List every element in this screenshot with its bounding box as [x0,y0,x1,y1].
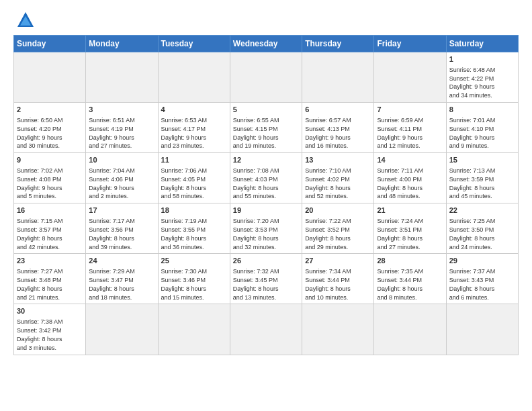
calendar-day-cell: 25Sunrise: 7:30 AM Sunset: 3:46 PM Dayli… [158,254,230,304]
calendar-day-cell [14,52,86,103]
calendar-week-row: 1Sunrise: 6:48 AM Sunset: 4:22 PM Daylig… [14,52,519,103]
day-info: Sunrise: 6:55 AM Sunset: 4:15 PM Dayligh… [233,117,279,149]
day-number: 30 [17,306,83,316]
calendar-day-cell [158,52,230,103]
calendar-day-cell: 12Sunrise: 7:08 AM Sunset: 4:03 PM Dayli… [230,153,302,203]
day-info: Sunrise: 7:25 AM Sunset: 3:50 PM Dayligh… [449,218,496,250]
weekday-header-friday: Friday [374,36,446,52]
day-number: 5 [233,105,299,115]
calendar-day-cell [86,304,158,355]
day-number: 8 [449,105,515,115]
logo-icon [16,11,35,30]
day-number: 24 [89,256,154,266]
calendar-day-cell: 5Sunrise: 6:55 AM Sunset: 4:15 PM Daylig… [230,103,302,153]
calendar-week-row: 9Sunrise: 7:02 AM Sunset: 4:08 PM Daylig… [14,153,519,203]
calendar-table: SundayMondayTuesdayWednesdayThursdayFrid… [13,35,519,355]
header [13,11,519,30]
day-info: Sunrise: 6:59 AM Sunset: 4:11 PM Dayligh… [377,117,423,149]
calendar-week-row: 23Sunrise: 7:27 AM Sunset: 3:48 PM Dayli… [14,254,519,304]
calendar-day-cell [230,304,302,355]
day-info: Sunrise: 7:10 AM Sunset: 4:02 PM Dayligh… [305,167,351,199]
calendar-day-cell: 3Sunrise: 6:51 AM Sunset: 4:19 PM Daylig… [86,103,158,153]
calendar-day-cell: 13Sunrise: 7:10 AM Sunset: 4:02 PM Dayli… [302,153,374,203]
calendar-week-row: 30Sunrise: 7:38 AM Sunset: 3:42 PM Dayli… [14,304,519,355]
logo [13,11,35,30]
day-info: Sunrise: 7:38 AM Sunset: 3:42 PM Dayligh… [17,318,63,351]
calendar-day-cell: 4Sunrise: 6:53 AM Sunset: 4:17 PM Daylig… [158,103,230,153]
calendar-day-cell: 9Sunrise: 7:02 AM Sunset: 4:08 PM Daylig… [14,153,86,203]
day-number: 13 [305,155,371,165]
day-number: 4 [161,105,227,115]
day-info: Sunrise: 7:08 AM Sunset: 4:03 PM Dayligh… [233,167,279,199]
day-number: 14 [377,155,443,165]
day-number: 11 [161,155,227,165]
calendar-day-cell: 24Sunrise: 7:29 AM Sunset: 3:47 PM Dayli… [86,254,158,304]
day-info: Sunrise: 6:57 AM Sunset: 4:13 PM Dayligh… [305,117,351,149]
day-info: Sunrise: 7:19 AM Sunset: 3:55 PM Dayligh… [161,218,208,250]
calendar-day-cell [302,52,374,103]
day-number: 28 [377,256,443,266]
day-info: Sunrise: 7:04 AM Sunset: 4:06 PM Dayligh… [89,167,135,199]
day-number: 6 [305,105,371,115]
calendar-day-cell: 16Sunrise: 7:15 AM Sunset: 3:57 PM Dayli… [14,203,86,254]
weekday-header-saturday: Saturday [446,36,518,52]
day-info: Sunrise: 7:29 AM Sunset: 3:47 PM Dayligh… [89,268,135,300]
calendar-day-cell: 2Sunrise: 6:50 AM Sunset: 4:20 PM Daylig… [14,103,86,153]
calendar-day-cell [158,304,230,355]
calendar-day-cell: 15Sunrise: 7:13 AM Sunset: 3:59 PM Dayli… [446,153,518,203]
day-info: Sunrise: 7:13 AM Sunset: 3:59 PM Dayligh… [449,167,496,199]
calendar-day-cell: 30Sunrise: 7:38 AM Sunset: 3:42 PM Dayli… [14,304,86,355]
day-number: 18 [161,205,227,216]
day-number: 2 [17,105,83,115]
day-number: 7 [377,105,443,115]
day-number: 16 [17,205,83,216]
calendar-day-cell: 6Sunrise: 6:57 AM Sunset: 4:13 PM Daylig… [302,103,374,153]
weekday-header-monday: Monday [86,36,158,52]
day-number: 1 [449,54,515,64]
calendar-day-cell [374,304,446,355]
day-info: Sunrise: 7:15 AM Sunset: 3:57 PM Dayligh… [17,218,63,250]
day-number: 9 [17,155,83,165]
calendar-day-cell: 14Sunrise: 7:11 AM Sunset: 4:00 PM Dayli… [374,153,446,203]
calendar-day-cell: 7Sunrise: 6:59 AM Sunset: 4:11 PM Daylig… [374,103,446,153]
day-number: 22 [449,205,515,216]
day-number: 25 [161,256,227,266]
calendar-day-cell: 17Sunrise: 7:17 AM Sunset: 3:56 PM Dayli… [86,203,158,254]
day-number: 29 [449,256,515,266]
calendar-day-cell: 27Sunrise: 7:34 AM Sunset: 3:44 PM Dayli… [302,254,374,304]
day-info: Sunrise: 7:01 AM Sunset: 4:10 PM Dayligh… [449,117,496,149]
calendar-day-cell: 11Sunrise: 7:06 AM Sunset: 4:05 PM Dayli… [158,153,230,203]
day-info: Sunrise: 7:06 AM Sunset: 4:05 PM Dayligh… [161,167,208,199]
weekday-header-wednesday: Wednesday [230,36,302,52]
day-info: Sunrise: 7:20 AM Sunset: 3:53 PM Dayligh… [233,218,279,250]
page: SundayMondayTuesdayWednesdayThursdayFrid… [0,0,532,411]
calendar-day-cell: 8Sunrise: 7:01 AM Sunset: 4:10 PM Daylig… [446,103,518,153]
calendar-day-cell: 23Sunrise: 7:27 AM Sunset: 3:48 PM Dayli… [14,254,86,304]
day-info: Sunrise: 7:27 AM Sunset: 3:48 PM Dayligh… [17,268,63,300]
day-number: 12 [233,155,299,165]
calendar-day-cell [446,304,518,355]
calendar-day-cell: 21Sunrise: 7:24 AM Sunset: 3:51 PM Dayli… [374,203,446,254]
day-number: 10 [89,155,154,165]
calendar-day-cell: 1Sunrise: 6:48 AM Sunset: 4:22 PM Daylig… [446,52,518,103]
day-info: Sunrise: 6:48 AM Sunset: 4:22 PM Dayligh… [449,66,496,99]
calendar-day-cell: 29Sunrise: 7:37 AM Sunset: 3:43 PM Dayli… [446,254,518,304]
calendar-week-row: 2Sunrise: 6:50 AM Sunset: 4:20 PM Daylig… [14,103,519,153]
day-info: Sunrise: 6:50 AM Sunset: 4:20 PM Dayligh… [17,117,63,149]
calendar-week-row: 16Sunrise: 7:15 AM Sunset: 3:57 PM Dayli… [14,203,519,254]
calendar-day-cell [86,52,158,103]
day-info: Sunrise: 7:35 AM Sunset: 3:44 PM Dayligh… [377,268,423,300]
calendar-day-cell [302,304,374,355]
day-number: 27 [305,256,371,266]
calendar-day-cell: 20Sunrise: 7:22 AM Sunset: 3:52 PM Dayli… [302,203,374,254]
calendar-day-cell: 22Sunrise: 7:25 AM Sunset: 3:50 PM Dayli… [446,203,518,254]
calendar-day-cell [230,52,302,103]
day-number: 26 [233,256,299,266]
day-info: Sunrise: 7:32 AM Sunset: 3:45 PM Dayligh… [233,268,279,300]
day-info: Sunrise: 6:53 AM Sunset: 4:17 PM Dayligh… [161,117,208,149]
day-info: Sunrise: 7:17 AM Sunset: 3:56 PM Dayligh… [89,218,135,250]
weekday-header-thursday: Thursday [302,36,374,52]
weekday-header-tuesday: Tuesday [158,36,230,52]
day-info: Sunrise: 7:22 AM Sunset: 3:52 PM Dayligh… [305,218,351,250]
day-number: 17 [89,205,154,216]
